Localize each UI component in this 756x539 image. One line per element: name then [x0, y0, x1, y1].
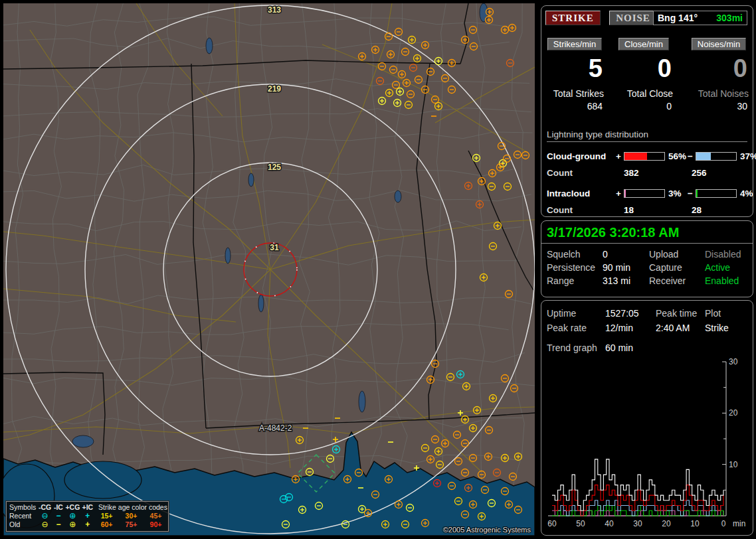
cloud-ground-count-row: Count 382 256 — [547, 165, 747, 181]
trend-graph: 1020306050403020100min — [541, 358, 751, 532]
close-per-min-value: 0 — [658, 54, 672, 83]
peak-rate-row: Peak rate 12/min 2:40 AM Strike — [541, 321, 753, 335]
lightning-type-distribution: Lightning type distribution Cloud-ground… — [547, 129, 747, 222]
x-tick-label: 0 — [721, 519, 726, 528]
age-code: 75+ — [119, 520, 143, 529]
age-code: 45+ — [143, 512, 168, 520]
trend-graph-label: Trend graph — [547, 341, 605, 355]
close-per-min-header: Close/min — [618, 38, 669, 50]
plot-label: Plot — [705, 306, 747, 321]
ic-neg-symbol: − — [52, 520, 64, 529]
minus-sign: − — [685, 189, 696, 198]
app-window: 31125219313A-4842-2 Symbols -CG -IC +CG … — [0, 0, 756, 539]
strikes-per-min-value: 5 — [589, 54, 603, 83]
ic-plus-bar — [624, 189, 665, 198]
legend-row-label: Old — [7, 520, 37, 529]
squelch-value: 0 — [603, 248, 649, 261]
range-ring-label: 313 — [268, 5, 281, 15]
y-tick-label: 30 — [729, 358, 738, 366]
range-label: Range — [547, 274, 603, 287]
persistence-label: Persistence — [547, 261, 603, 274]
bearing-display: Bng 141° 303mi — [653, 11, 747, 25]
cg-minus-bar — [696, 152, 737, 161]
cloud-ground-row: Cloud-ground + 56% − 37% — [547, 147, 747, 165]
peak-rate-label: Peak rate — [547, 321, 605, 335]
legend-symbols-title: Symbols — [7, 503, 37, 512]
map-symbol-legend: Symbols -CG -IC +CG +IC Strike age color… — [6, 501, 169, 532]
noises-per-min-header: Noises/min — [692, 38, 746, 50]
cg-minus-pct: 37% — [737, 151, 756, 161]
intracloud-count-row: Count 18 28 — [547, 202, 747, 218]
noise-toggle-button[interactable]: NOISE — [609, 11, 657, 25]
capture-value: Active — [705, 261, 747, 274]
cg-neg-symbol: ⊖ — [37, 520, 52, 529]
count-label: Count — [547, 168, 624, 178]
datetime-display: 3/17/2026 3:20:18 AM — [541, 221, 753, 244]
status-row: Range 313 mi Receiver Enabled — [541, 274, 753, 287]
bearing-distance: 303mi — [716, 11, 743, 25]
strike-stats-box: STRIKE NOISE Bng 141° 303mi Strikes/min … — [541, 5, 753, 217]
strike-toggle-button[interactable]: STRIKE — [545, 11, 601, 25]
peak-time-label: Peak time — [656, 306, 705, 321]
plot-type-value: Strike — [705, 321, 747, 335]
legend-age-title: Strike age color codes — [94, 503, 168, 512]
system-status-box: 3/17/2026 3:20:18 AM Squelch 0 Upload Di… — [541, 220, 753, 297]
age-code: 90+ — [143, 520, 168, 529]
map-copyright: ©2005 Astrogenic Systems — [443, 526, 531, 534]
squelch-label: Squelch — [547, 248, 603, 261]
intracloud-row: Intracloud + 3% − 4% — [547, 185, 747, 202]
cg-minus-count: 256 — [692, 168, 747, 178]
status-panel: STRIKE NOISE Bng 141° 303mi Strikes/min … — [539, 0, 756, 539]
upload-value: Disabled — [705, 248, 747, 261]
cloud-ground-label: Cloud-ground — [547, 151, 613, 161]
total-noises-label: Total Noises — [698, 88, 749, 99]
peak-rate-value: 12/min — [605, 321, 656, 335]
range-ring-label: 31 — [270, 243, 279, 252]
range-ring-label: 125 — [268, 163, 281, 172]
range-ring-label: 219 — [268, 84, 281, 94]
lightning-map[interactable]: 31125219313A-4842-2 Symbols -CG -IC +CG … — [3, 3, 535, 536]
age-code: 15+ — [94, 512, 119, 520]
station-label: A-4842-2 — [259, 424, 292, 433]
persistence-value: 90 min — [603, 261, 649, 274]
y-tick-label: 20 — [729, 408, 738, 418]
uptime-value: 1527:05 — [605, 306, 656, 321]
total-close-value: 0 — [666, 101, 672, 112]
ic-plus-count: 18 — [624, 205, 692, 215]
noises-per-min-value: 0 — [733, 54, 747, 83]
minus-sign: − — [685, 151, 696, 161]
ic-minus-pct: 4% — [737, 189, 753, 198]
status-row: Squelch 0 Upload Disabled — [541, 248, 753, 261]
cg-pos-symbol: ⊕ — [64, 520, 81, 529]
count-label: Count — [547, 205, 624, 215]
bearing-value: Bng 141° — [658, 11, 698, 25]
upload-label: Upload — [649, 248, 705, 261]
peak-time-value: 2:40 AM — [656, 321, 705, 335]
total-noises-value: 30 — [737, 101, 747, 112]
trend-window-value: 60 min — [605, 341, 656, 355]
range-value: 313 mi — [603, 274, 649, 287]
ic-minus-bar — [696, 189, 737, 198]
distribution-title: Lightning type distribution — [547, 129, 747, 142]
x-tick-label: 60 — [547, 519, 557, 528]
plus-sign: + — [613, 189, 624, 198]
age-code: 60+ — [94, 520, 119, 529]
total-close-label: Total Close — [627, 88, 673, 99]
total-strikes-label: Total Strikes — [553, 88, 604, 99]
receiver-value: Enabled — [705, 274, 747, 287]
strikes-per-min-header: Strikes/min — [547, 38, 602, 50]
plus-sign: + — [613, 151, 624, 161]
x-tick-label: 20 — [662, 519, 671, 528]
intracloud-label: Intracloud — [547, 189, 613, 198]
y-tick-label: 10 — [729, 460, 738, 469]
map-canvas[interactable]: 31125219313A-4842-2 — [3, 3, 535, 536]
age-code: 30+ — [119, 512, 143, 520]
cg-plus-bar — [624, 152, 665, 161]
cg-plus-count: 382 — [624, 168, 692, 178]
ic-pos-symbol: + — [81, 520, 94, 529]
uptime-label: Uptime — [547, 306, 605, 321]
x-tick-label: 10 — [690, 519, 700, 528]
status-row: Persistence 90 min Capture Active — [541, 261, 753, 274]
total-strikes-value: 684 — [587, 101, 603, 112]
ic-plus-pct: 3% — [665, 189, 685, 198]
